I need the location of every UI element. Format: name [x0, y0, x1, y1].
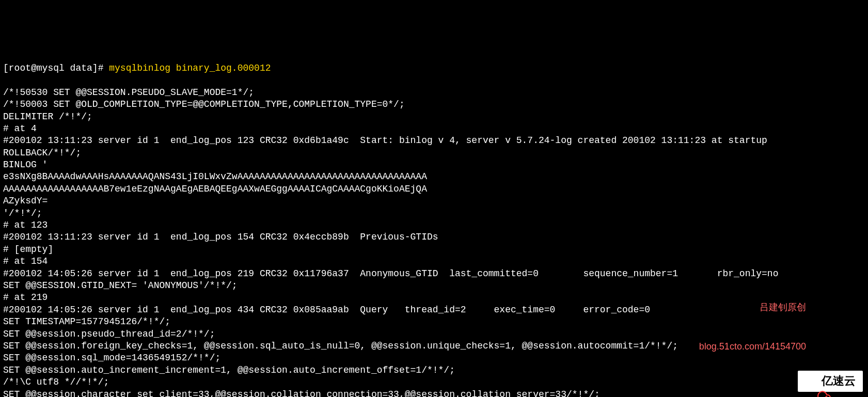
output-line: SET @@session.sql_mode=1436549152/*!*/; — [3, 353, 220, 363]
output-line: #200102 13:11:23 server id 1 end_log_pos… — [3, 232, 438, 242]
output-line: # at 4 — [3, 123, 37, 134]
provider-logo: 亿速云 — [798, 371, 863, 392]
output-line: # at 123 — [3, 220, 48, 230]
output-line: /*!\C utf8 *//*!*/; — [3, 377, 109, 387]
output-line: #200102 14:05:26 server id 1 end_log_pos… — [3, 305, 650, 315]
output-line: SET @@session.character_set_client=33,@@… — [3, 389, 600, 398]
output-line: #200102 13:11:23 server id 1 end_log_pos… — [3, 135, 767, 146]
output-line: e3sNXg8BAAAAdwAAAHsAAAAAAAQANS43LjI0LWxv… — [3, 171, 427, 182]
output-line: # at 219 — [3, 292, 48, 303]
output-line: AZyksdY= — [3, 196, 48, 206]
output-line: BINLOG ' — [3, 160, 48, 170]
output-line: AAAAAAAAAAAAAAAAAAB7ew1eEzgNAAgAEgAEBAQE… — [3, 184, 427, 194]
provider-logo-text: 亿速云 — [822, 374, 856, 389]
output-line: #200102 14:05:26 server id 1 end_log_pos… — [3, 268, 778, 279]
output-line: DELIMITER /*!*/; — [3, 112, 92, 122]
output-line: SET @@session.auto_increment_increment=1… — [3, 365, 455, 375]
watermark-author: 吕建钊原创 — [699, 301, 806, 314]
output-line: /*!50530 SET @@SESSION.PSEUDO_SLAVE_MODE… — [3, 87, 254, 98]
prompt-line: [root@mysql data]# mysqlbinlog binary_lo… — [3, 62, 865, 74]
output-line: '/*!*/; — [3, 208, 42, 218]
output-line: ROLLBACK/*!*/; — [3, 148, 81, 158]
output-line: SET @@session.foreign_key_checks=1, @@se… — [3, 341, 678, 351]
watermark: 吕建钊原创 blog.51cto.com/14154700 — [699, 275, 806, 366]
shell-prompt: [root@mysql data]# — [3, 63, 109, 73]
output-line: SET @@session.pseudo_thread_id=2/*!*/; — [3, 329, 215, 339]
output-line: # at 154 — [3, 256, 48, 266]
output-line: # [empty] — [3, 244, 53, 255]
cloud-icon — [805, 375, 818, 388]
watermark-url: blog.51cto.com/14154700 — [699, 340, 806, 353]
output-line: /*!50003 SET @OLD_COMPLETION_TYPE=@@COMP… — [3, 99, 405, 109]
shell-command: mysqlbinlog binary_log.000012 — [109, 63, 271, 73]
output-line: SET TIMESTAMP=1577945126/*!*/; — [3, 316, 170, 327]
output-line: SET @@SESSION.GTID_NEXT= 'ANONYMOUS'/*!*… — [3, 280, 238, 291]
